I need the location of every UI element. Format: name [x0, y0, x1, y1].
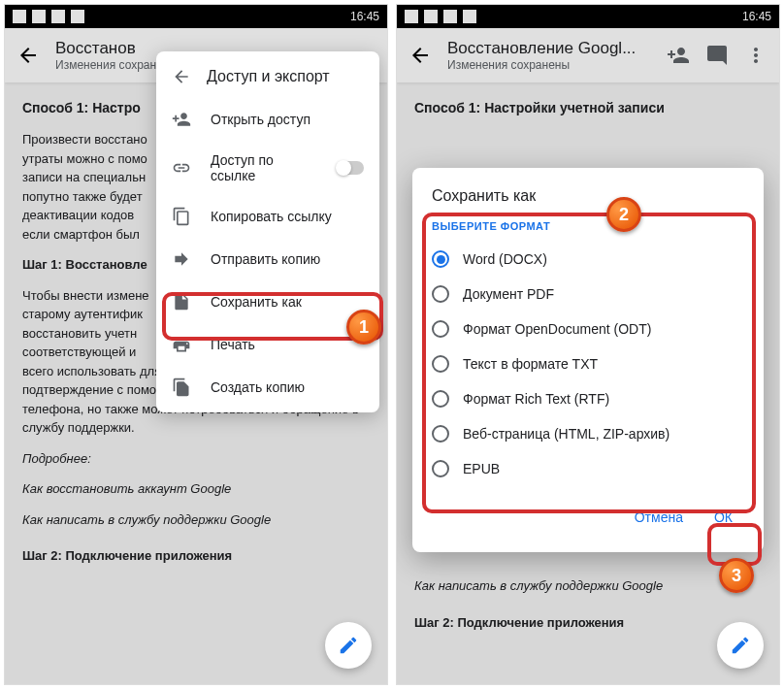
menu-item-label: Печать — [211, 337, 255, 352]
file-copy-icon — [172, 377, 191, 397]
edit-fab[interactable] — [717, 622, 764, 669]
link-icon — [172, 158, 191, 178]
menu-item-label: Копировать ссылку — [211, 209, 332, 224]
radio-option-html[interactable]: Веб-страница (HTML, ZIP-архив) — [432, 416, 744, 451]
radio-option-odt[interactable]: Формат OpenDocument (ODT) — [432, 312, 744, 346]
dialog-label: ВЫБЕРИТЕ ФОРМАТ — [432, 220, 744, 232]
radio-label: Формат OpenDocument (ODT) — [463, 321, 651, 337]
radio-icon — [432, 355, 449, 373]
radio-label: EPUB — [463, 461, 500, 476]
radio-label: Текст в формате TXT — [463, 356, 598, 372]
radio-icon — [432, 285, 449, 303]
save-as-dialog: Сохранить как ВЫБЕРИТЕ ФОРМАТ Word (DOCX… — [412, 168, 764, 552]
menu-item-print[interactable]: Печать — [156, 323, 379, 366]
radio-option-pdf[interactable]: Документ PDF — [432, 277, 744, 312]
radio-label: Документ PDF — [463, 286, 554, 302]
menu-item-copy-link[interactable]: Копировать ссылку — [156, 195, 379, 238]
radio-icon — [432, 320, 449, 338]
menu-item-send-copy[interactable]: Отправить копию — [156, 238, 379, 280]
toggle-switch[interactable] — [337, 161, 364, 175]
menu-header-label: Доступ и экспорт — [207, 68, 330, 85]
radio-option-epub[interactable]: EPUB — [432, 451, 744, 486]
radio-label: Word (DOCX) — [463, 251, 547, 267]
dialog-title: Сохранить как — [432, 187, 744, 205]
menu-item-link-access[interactable]: Доступ по ссылке — [156, 141, 379, 195]
menu-item-save-as[interactable]: Сохранить как — [156, 280, 379, 323]
forward-icon — [172, 249, 191, 269]
menu-item-label: Отправить копию — [211, 251, 320, 267]
radio-icon — [432, 390, 449, 408]
print-icon — [172, 335, 191, 354]
menu-item-share[interactable]: Открыть доступ — [156, 98, 379, 141]
radio-icon — [432, 460, 449, 477]
menu-item-label: Доступ по ссылке — [211, 152, 317, 183]
ok-button[interactable]: ОК — [702, 502, 744, 533]
phone-left: 16:45 Восстанов Изменения сохранены Спос… — [4, 4, 388, 685]
radio-label: Формат Rich Text (RTF) — [463, 391, 609, 407]
menu-item-label: Создать копию — [211, 379, 305, 395]
radio-icon — [432, 425, 449, 443]
radio-option-txt[interactable]: Текст в формате TXT — [432, 346, 744, 381]
edit-fab[interactable] — [325, 622, 372, 669]
menu-item-label: Открыть доступ — [211, 112, 310, 127]
copy-icon — [172, 207, 191, 226]
back-icon[interactable] — [172, 67, 191, 86]
person-add-icon — [172, 110, 191, 129]
file-icon — [172, 292, 191, 312]
menu-item-make-copy[interactable]: Создать копию — [156, 366, 379, 409]
radio-option-rtf[interactable]: Формат Rich Text (RTF) — [432, 381, 744, 416]
radio-label: Веб-страница (HTML, ZIP-архив) — [463, 426, 670, 442]
cancel-button[interactable]: Отмена — [623, 502, 695, 533]
radio-icon — [432, 250, 449, 268]
phone-right: 16:45 Восстановление Googl... Изменения … — [396, 4, 780, 685]
menu-item-label: Сохранить как — [211, 294, 302, 310]
radio-option-docx[interactable]: Word (DOCX) — [432, 242, 744, 277]
share-export-menu: Доступ и экспорт Открыть доступ Доступ п… — [156, 51, 379, 412]
